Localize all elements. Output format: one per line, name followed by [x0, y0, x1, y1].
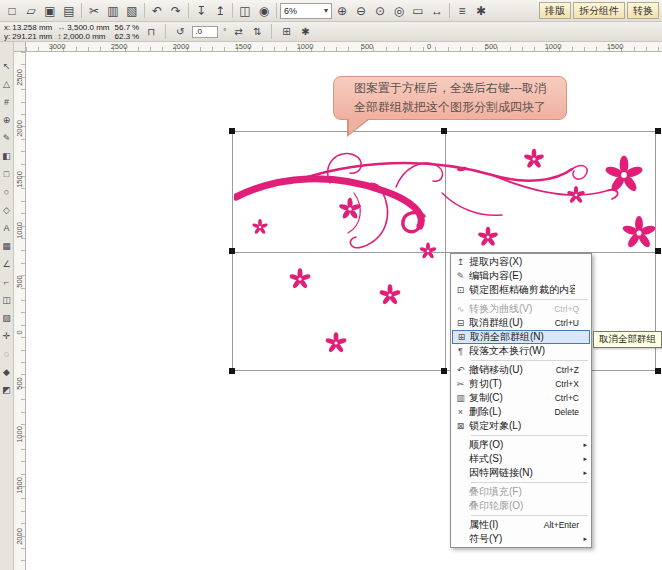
menu-item[interactable]: ↥ 提取内容(X) — [452, 255, 590, 269]
connector-tool[interactable]: ⌐ — [0, 274, 13, 289]
open-icon[interactable]: ▱ — [22, 2, 40, 20]
selection-handle[interactable] — [655, 368, 661, 374]
paiban-button[interactable]: 排版 — [539, 2, 571, 19]
zoom-tool[interactable]: ⊕ — [0, 112, 13, 127]
object-position[interactable]: x:13.258 mm y:291.21 mm — [4, 23, 52, 41]
selection-handle[interactable] — [441, 368, 447, 374]
crop-tool[interactable]: # — [0, 94, 13, 109]
menu-item[interactable]: 属性(I) Alt+Enter — [452, 518, 590, 532]
menu-item[interactable]: 顺序(O) ▸ — [452, 438, 590, 452]
options-icon[interactable]: ✱ — [472, 2, 490, 20]
selection-handle[interactable] — [441, 128, 447, 134]
pick-tool[interactable]: ↖ — [0, 58, 13, 73]
submenu-arrow-icon: ▸ — [579, 441, 587, 449]
transparency-tool[interactable]: ▨ — [0, 310, 13, 325]
export-icon[interactable]: ↥ — [211, 2, 229, 20]
selection-handle[interactable] — [229, 248, 235, 254]
wrap-text-button[interactable]: ⊞ — [279, 24, 293, 40]
undo-icon[interactable]: ↶ — [148, 2, 166, 20]
object-size[interactable]: ↔3,500.0 mm ↕2,000.0 mm — [57, 23, 109, 41]
menu-item[interactable]: 因特网链接(N) ▸ — [452, 466, 590, 480]
copy-icon[interactable]: ▥ — [104, 2, 122, 20]
selection-handle[interactable] — [655, 128, 661, 134]
shape-tool[interactable]: △ — [0, 76, 13, 91]
rectangle-tool[interactable]: □ — [0, 166, 13, 181]
menu-item[interactable]: ✂ 剪切(T) Ctrl+X — [452, 377, 590, 391]
table-tool[interactable]: ▦ — [0, 238, 13, 253]
menu-item-icon: ▥ — [452, 393, 469, 403]
menu-item[interactable]: ∿ 转换为曲线(V) Ctrl+Q — [452, 302, 590, 316]
zoom-in-icon[interactable]: ⊕ — [333, 2, 351, 20]
menu-item-label: 段落文本换行(W) — [469, 344, 575, 358]
menu-item[interactable]: 样式(S) ▸ — [452, 452, 590, 466]
standard-toolbar: □▱▣▤ ✂▥▧ ↶↷ ↧↥ ◫◉ 6% ▾ ⊕⊖⊙◎▭↔ ≡✱ 排版拆 — [0, 0, 662, 22]
zoom-all-icon[interactable]: ◎ — [390, 2, 408, 20]
menu-item[interactable]: ⊟ 取消群组(U) Ctrl+U — [452, 316, 590, 330]
ellipse-tool[interactable]: ○ — [0, 184, 13, 199]
ruler-label: 0 — [14, 307, 25, 358]
menu-item[interactable]: 叠印轮廓(O) — [452, 499, 590, 513]
redo-icon[interactable]: ↷ — [167, 2, 185, 20]
menu-item-shortcut: Ctrl+X — [555, 379, 579, 389]
menu-item[interactable]: ⊞ 取消全部群组(N) — [452, 330, 590, 344]
zoom-width-icon[interactable]: ↔ — [428, 2, 446, 20]
selection-handle[interactable] — [229, 128, 235, 134]
save-icon[interactable]: ▣ — [41, 2, 59, 20]
toolbox: ↖△#⊕✎◧□○◇A▦∠⌐◫▨✛◌◆◩ — [0, 42, 14, 570]
menu-item[interactable]: ¶ 段落文本换行(W) — [452, 344, 590, 358]
menu-item[interactable]: ↶ 撤销移动(U) Ctrl+Z — [452, 363, 590, 377]
chevron-down-icon: ▾ — [324, 6, 328, 15]
menu-item-icon: ⊟ — [452, 318, 469, 328]
zoom-selected-icon[interactable]: ⊙ — [371, 2, 389, 20]
chaifen-zujian-button[interactable]: 拆分组件 — [573, 2, 625, 19]
menu-item-label: 编辑内容(E) — [469, 269, 575, 283]
menu-item[interactable]: 符号(Y) ▸ — [452, 532, 590, 546]
freehand-tool[interactable]: ✎ — [0, 130, 13, 145]
selection-handle[interactable] — [655, 248, 661, 254]
toolbar-separator — [276, 3, 277, 18]
zhuanhuan-button[interactable]: 转换 — [627, 2, 659, 19]
outline-pen-tool[interactable]: ◌ — [0, 346, 13, 361]
selection-handle[interactable] — [229, 368, 235, 374]
object-scale[interactable]: 56.7% 62.3% — [115, 23, 140, 41]
callout-bubble[interactable]: 图案置于方框后，全选后右键---取消 全部群组就把这个图形分割成四块了 — [333, 76, 567, 120]
rotate-icon: ↺ — [173, 24, 187, 40]
ruler-label: 1000 — [522, 42, 584, 51]
print-icon[interactable]: ▤ — [60, 2, 78, 20]
snap-icon[interactable]: ≡ — [453, 2, 471, 20]
polygon-tool[interactable]: ◇ — [0, 202, 13, 217]
menu-item[interactable]: ▥ 复制(C) Ctrl+C — [452, 391, 590, 405]
lock-ratio-icon[interactable]: ⊓ — [144, 24, 158, 40]
application-launcher-icon[interactable]: ◫ — [236, 2, 254, 20]
mirror-vertical-button[interactable]: ⇅ — [250, 24, 264, 40]
mirror-horizontal-button[interactable]: ⇄ — [231, 24, 245, 40]
eyedropper-tool[interactable]: ✛ — [0, 328, 13, 343]
cut-icon[interactable]: ✂ — [85, 2, 103, 20]
ruler-label: 1500 — [584, 42, 646, 51]
import-icon[interactable]: ↧ — [192, 2, 210, 20]
zoom-page-icon[interactable]: ▭ — [409, 2, 427, 20]
submenu-arrow-icon: ▸ — [579, 469, 587, 477]
zoom-out-icon[interactable]: ⊖ — [352, 2, 370, 20]
menu-item[interactable]: 叠印填充(F) — [452, 485, 590, 499]
dimension-tool[interactable]: ∠ — [0, 256, 13, 271]
corel-online-icon[interactable]: ◉ — [255, 2, 273, 20]
horizontal-ruler[interactable]: 30002500200015001000500050010001500 — [26, 42, 662, 52]
fill-tool[interactable]: ◆ — [0, 364, 13, 379]
rotation-angle-field[interactable]: .0 — [192, 26, 218, 38]
vertical-ruler[interactable]: 25002000150010005000500100015002000 — [14, 52, 26, 570]
menu-item[interactable]: × 删除(L) Delete — [452, 405, 590, 419]
interactive-fill-tool[interactable]: ◩ — [0, 382, 13, 397]
zoom-level-value: 6% — [284, 6, 297, 16]
blend-tool[interactable]: ◫ — [0, 292, 13, 307]
menu-item[interactable]: ⊡ 锁定图框精确剪裁的内容(P) — [452, 283, 590, 297]
paste-icon[interactable]: ▧ — [123, 2, 141, 20]
smart-fill-tool[interactable]: ◧ — [0, 148, 13, 163]
more-options-button[interactable]: ✱ — [298, 24, 312, 40]
ruler-label: 500 — [336, 42, 398, 51]
menu-item[interactable]: ✎ 编辑内容(E) — [452, 269, 590, 283]
zoom-level-combo[interactable]: 6% ▾ — [280, 3, 332, 19]
text-tool[interactable]: A — [0, 220, 13, 235]
new-document-icon[interactable]: □ — [3, 2, 21, 20]
menu-item[interactable]: ⊠ 锁定对象(L) — [452, 419, 590, 433]
